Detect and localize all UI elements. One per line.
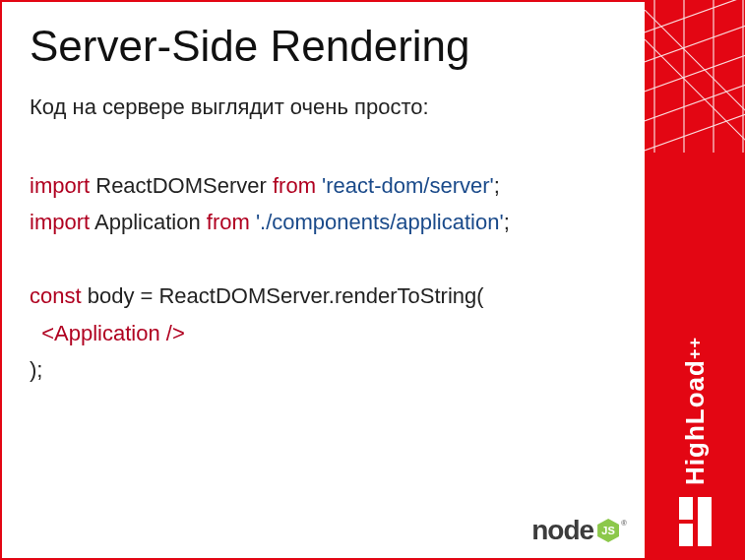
string-literal: './components/application' — [250, 210, 504, 234]
keyword-from: from — [273, 173, 316, 198]
keyword-import: import — [30, 173, 90, 198]
sidebar-brand: HighLoad++ — [680, 337, 711, 485]
code-line-2: import Application from './components/ap… — [30, 204, 617, 240]
jsx-tag: <Application /> — [41, 321, 185, 345]
nodejs-hex-icon: JS — [597, 519, 619, 542]
brand-name: HighLoad — [680, 359, 710, 485]
keyword-import: import — [30, 210, 90, 234]
code-line-1: import ReactDOMServer from 'react-dom/se… — [30, 167, 617, 204]
code-text: body = ReactDOMServer.renderToString( — [82, 283, 484, 308]
svg-line-4 — [645, 108, 745, 153]
sidebar-pattern — [645, 0, 745, 153]
logo-bar — [698, 497, 712, 546]
semicolon: ; — [504, 210, 510, 234]
logo-bar — [679, 524, 693, 546]
slide-main: Server-Side Rendering Код на сервере выг… — [0, 0, 645, 560]
slide-title: Server-Side Rendering — [30, 22, 617, 71]
code-blank-line — [30, 241, 617, 278]
logo-bar — [679, 497, 693, 520]
code-block: import ReactDOMServer from 'react-dom/se… — [30, 167, 617, 388]
slide-subtitle: Код на сервере выглядит очень просто: — [30, 94, 617, 120]
svg-line-9 — [645, 0, 745, 128]
string-literal: 'react-dom/server' — [316, 173, 494, 198]
svg-line-0 — [645, 0, 745, 39]
code-line-3: const body = ReactDOMServer.renderToStri… — [30, 278, 617, 314]
nodejs-text: node — [531, 515, 593, 546]
nodejs-logo: node JS ® — [531, 515, 627, 546]
sidebar: HighLoad++ — [645, 0, 745, 560]
indent — [30, 321, 41, 345]
trademark-symbol: ® — [621, 519, 627, 528]
highload-logo-icon — [679, 497, 712, 546]
code-text: ); — [30, 357, 42, 382]
identifier: ReactDOMServer — [90, 173, 273, 198]
code-line-4: <Application /> — [30, 315, 617, 351]
pattern-icon — [645, 0, 745, 153]
identifier: Application — [90, 210, 207, 234]
semicolon: ; — [494, 173, 500, 198]
code-line-5: ); — [30, 351, 617, 388]
keyword-const: const — [30, 283, 82, 308]
brand-plus: ++ — [685, 337, 705, 359]
keyword-from: from — [207, 210, 250, 234]
